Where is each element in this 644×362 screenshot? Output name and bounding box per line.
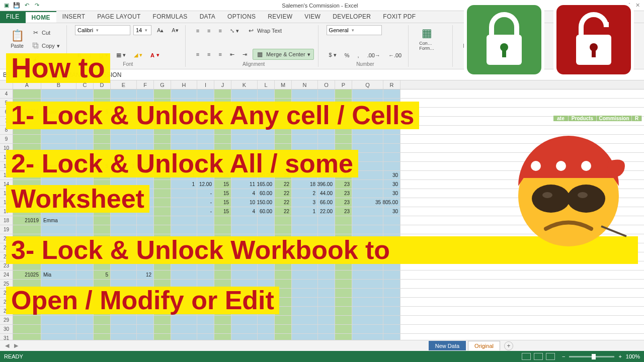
cell[interactable] xyxy=(197,325,214,333)
cell[interactable] xyxy=(137,325,154,333)
cell[interactable] xyxy=(275,225,292,234)
cell[interactable] xyxy=(352,207,383,216)
cell[interactable] xyxy=(171,135,197,143)
cell[interactable]: - xyxy=(197,189,214,198)
tab-review[interactable]: REVIEW xyxy=(262,11,298,23)
cell[interactable]: Mia xyxy=(41,270,76,279)
cell[interactable] xyxy=(197,135,214,143)
align-top-button[interactable]: ≡ xyxy=(194,26,202,35)
cell[interactable] xyxy=(275,325,292,333)
cell[interactable] xyxy=(352,225,383,234)
row-header[interactable]: 30 xyxy=(0,325,13,333)
cell[interactable] xyxy=(318,316,335,324)
conditional-formatting-button[interactable]: ▦ Con…Form… xyxy=(417,25,437,52)
col-I[interactable]: I xyxy=(197,80,214,89)
cell[interactable] xyxy=(137,135,154,143)
cell[interactable] xyxy=(76,89,94,98)
paste-button[interactable]: 📋 Paste xyxy=(7,25,27,52)
cell[interactable] xyxy=(335,135,352,143)
currency-button[interactable]: $ ▾ xyxy=(327,50,339,60)
row-header[interactable]: 4 xyxy=(0,89,13,98)
cell[interactable]: 15 xyxy=(214,180,231,189)
font-color-button[interactable]: A ▾ xyxy=(148,50,162,60)
cell[interactable]: 30 xyxy=(383,189,400,198)
cell[interactable] xyxy=(258,270,275,279)
cell[interactable] xyxy=(335,325,352,333)
cell[interactable]: - xyxy=(197,198,214,207)
cell[interactable]: 22 xyxy=(275,189,292,198)
cell[interactable]: 4 xyxy=(231,189,258,198)
cut-button[interactable]: ✂Cut xyxy=(29,27,62,38)
cell[interactable] xyxy=(94,135,111,143)
cell[interactable] xyxy=(383,298,400,306)
cell[interactable] xyxy=(94,325,111,333)
cell[interactable] xyxy=(383,289,400,297)
cell[interactable] xyxy=(352,316,383,324)
cell[interactable]: 23 xyxy=(335,207,352,216)
cell[interactable]: 15 xyxy=(214,189,231,198)
tab-page-layout[interactable]: PAGE LAYOUT xyxy=(91,11,146,23)
cell[interactable]: 150.00 xyxy=(258,198,275,207)
cell[interactable] xyxy=(171,325,197,333)
cell[interactable] xyxy=(111,225,137,234)
cell[interactable]: 5 xyxy=(94,270,111,279)
zoom-in-icon[interactable]: + xyxy=(618,353,621,359)
cell[interactable] xyxy=(318,225,335,234)
cell[interactable] xyxy=(171,89,197,98)
cell[interactable]: 3 xyxy=(292,198,318,207)
cell[interactable] xyxy=(154,207,171,216)
cell[interactable] xyxy=(318,307,335,315)
cell[interactable] xyxy=(171,207,197,216)
tab-formulas[interactable]: FORMULAS xyxy=(147,11,194,23)
redo-icon[interactable]: ↷ xyxy=(33,2,40,9)
cell[interactable] xyxy=(154,189,171,198)
tab-options[interactable]: Options xyxy=(221,11,262,23)
cell[interactable]: 165.00 xyxy=(258,180,275,189)
cell[interactable] xyxy=(275,270,292,279)
zoom-out-icon[interactable]: − xyxy=(562,353,565,359)
cell[interactable] xyxy=(258,135,275,143)
cell[interactable] xyxy=(231,135,258,143)
comma-button[interactable]: , xyxy=(355,51,362,60)
cell[interactable] xyxy=(41,325,76,333)
cell[interactable] xyxy=(154,180,171,189)
cell[interactable] xyxy=(352,89,383,98)
cell[interactable] xyxy=(258,216,275,225)
tab-foxit[interactable]: Foxit PDF xyxy=(377,11,422,23)
cell[interactable] xyxy=(231,216,258,225)
decrease-indent-button[interactable]: ⇤ xyxy=(227,50,237,59)
save-icon[interactable]: 💾 xyxy=(13,2,20,9)
cell[interactable]: 18 xyxy=(292,180,318,189)
align-right-button[interactable]: ≡ xyxy=(216,50,224,59)
cell[interactable] xyxy=(13,225,41,234)
col-R[interactable]: R xyxy=(383,80,400,89)
sheet-nav-prev[interactable]: ◀ xyxy=(0,342,14,349)
cell[interactable] xyxy=(171,316,197,324)
cell[interactable]: 23 xyxy=(335,180,352,189)
cell[interactable] xyxy=(335,316,352,324)
cell[interactable] xyxy=(383,325,400,333)
cell[interactable] xyxy=(292,298,318,306)
col-E[interactable]: E xyxy=(111,80,137,89)
cell[interactable] xyxy=(275,135,292,143)
cell[interactable]: - xyxy=(197,207,214,216)
cell[interactable]: 22 xyxy=(275,180,292,189)
cell[interactable] xyxy=(197,270,214,279)
cell[interactable] xyxy=(292,225,318,234)
tab-view[interactable]: VIEW xyxy=(298,11,327,23)
cell[interactable] xyxy=(352,289,383,297)
border-button[interactable]: ▦ ▾ xyxy=(114,50,128,60)
cell[interactable] xyxy=(335,307,352,315)
cell[interactable] xyxy=(292,307,318,315)
zoom-level[interactable]: 100% xyxy=(626,353,640,359)
row-header[interactable]: 19 xyxy=(0,225,13,234)
font-size-select[interactable]: 14▾ xyxy=(133,25,151,35)
cell[interactable] xyxy=(318,89,335,98)
cell[interactable] xyxy=(41,316,76,324)
cell[interactable] xyxy=(231,325,258,333)
cell[interactable] xyxy=(231,316,258,324)
cell[interactable]: 11 xyxy=(231,180,258,189)
merge-center-button[interactable]: ▦Merge & Center ▾ xyxy=(253,49,314,60)
cell[interactable]: 10 xyxy=(231,198,258,207)
cell[interactable] xyxy=(111,316,137,324)
